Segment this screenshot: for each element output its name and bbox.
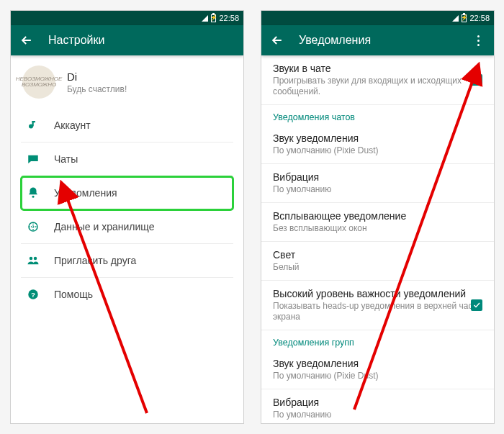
settings-item-data[interactable]: Данные и хранилище xyxy=(21,210,233,244)
toolbar-title: Настройки xyxy=(48,34,236,47)
settings-item-chats[interactable]: Чаты xyxy=(21,143,233,176)
profile-row[interactable]: НЕВОЗМОЖНОЕ ВОЗМОЖНО Di Будь счастлив! xyxy=(11,55,243,109)
svg-point-3 xyxy=(32,196,35,198)
settings-item-label: Аккаунт xyxy=(54,119,91,131)
row-sub: Белый xyxy=(273,262,482,273)
row-sub: Без всплывающих окон xyxy=(273,223,482,234)
back-icon[interactable] xyxy=(269,32,286,49)
row-group-vibration[interactable]: Вибрация По умолчанию xyxy=(261,389,494,423)
settings-item-notifications[interactable]: Уведомления xyxy=(21,176,233,210)
help-icon: ? xyxy=(25,286,41,302)
signal-icon xyxy=(202,15,208,22)
avatar: НЕВОЗМОЖНОЕ ВОЗМОЖНО xyxy=(22,65,55,99)
settings-item-label: Чаты xyxy=(54,153,78,165)
section-chat-notifications: Уведомления чатов xyxy=(261,105,494,125)
settings-item-label: Данные и хранилище xyxy=(54,221,154,232)
row-vibration[interactable]: Вибрация По умолчанию xyxy=(261,164,494,203)
settings-list: Аккаунт Чаты Уведомления Данные и хранил… xyxy=(11,109,243,311)
row-title: Звук уведомления xyxy=(273,358,482,369)
settings-item-invite[interactable]: Пригласить друга xyxy=(21,244,233,278)
chat-icon xyxy=(25,151,41,167)
people-icon xyxy=(25,253,41,268)
settings-item-label: Пригласить друга xyxy=(54,255,136,266)
svg-point-5 xyxy=(30,257,33,261)
svg-rect-2 xyxy=(32,121,36,122)
checkbox-icon[interactable] xyxy=(471,74,482,86)
row-title: Высокий уровень важности уведомлений xyxy=(273,288,482,299)
notifications-list: Звуки в чате Проигрывать звуки для входя… xyxy=(261,55,494,423)
row-group-sound[interactable]: Звук уведомления По умолчанию (Pixie Dus… xyxy=(261,351,494,389)
toolbar: Настройки xyxy=(11,25,243,55)
row-sub: По умолчанию (Pixie Dust) xyxy=(273,371,482,381)
signal-icon xyxy=(452,15,459,22)
row-popup[interactable]: Всплывающее уведомление Без всплывающих … xyxy=(261,203,494,242)
battery-icon: ⚡ xyxy=(211,14,216,22)
row-light[interactable]: Свет Белый xyxy=(261,242,494,281)
row-title: Звук уведомления xyxy=(273,132,482,144)
settings-item-help[interactable]: ? Помощь xyxy=(21,278,233,311)
section-group-notifications: Уведомления групп xyxy=(261,330,494,351)
phone-notifications: ⚡ 22:58 Уведомления Звуки в чате Проигры… xyxy=(261,10,495,424)
row-sub: По умолчанию xyxy=(273,184,482,195)
row-sub: Проигрывать звуки для входящих и исходящ… xyxy=(273,76,482,97)
bell-icon xyxy=(25,185,41,201)
key-icon xyxy=(25,117,41,133)
profile-name: Di xyxy=(67,71,127,83)
status-time: 22:58 xyxy=(219,14,239,22)
status-bar: ⚡ 22:58 xyxy=(11,11,243,25)
settings-item-account[interactable]: Аккаунт xyxy=(21,109,233,143)
row-title: Свет xyxy=(273,249,482,261)
row-title: Вибрация xyxy=(273,171,482,183)
data-icon xyxy=(25,219,41,235)
row-title: Вибрация xyxy=(273,397,482,408)
row-sub: По умолчанию (Pixie Dust) xyxy=(273,145,482,156)
row-high-priority[interactable]: Высокий уровень важности уведомлений Пок… xyxy=(261,281,494,330)
settings-item-label: Уведомления xyxy=(54,187,117,199)
toolbar-title: Уведомления xyxy=(299,34,456,47)
checkbox-icon[interactable] xyxy=(471,299,482,311)
toolbar: Уведомления xyxy=(261,25,494,55)
svg-point-6 xyxy=(34,257,37,261)
status-time: 22:58 xyxy=(469,14,490,22)
battery-icon: ⚡ xyxy=(462,14,467,22)
row-sub: Показывать heads-up уведомления в верхне… xyxy=(273,301,482,322)
profile-status: Будь счастлив! xyxy=(67,84,127,94)
row-notification-sound[interactable]: Звук уведомления По умолчанию (Pixie Dus… xyxy=(261,125,494,164)
overflow-icon[interactable] xyxy=(469,32,487,49)
row-chat-sounds[interactable]: Звуки в чате Проигрывать звуки для входя… xyxy=(261,55,494,105)
row-title: Звуки в чате xyxy=(273,63,482,74)
row-title: Всплывающее уведомление xyxy=(273,210,482,222)
svg-text:?: ? xyxy=(31,291,35,299)
back-icon[interactable] xyxy=(18,32,35,49)
row-sub: По умолчанию xyxy=(273,410,482,420)
phone-settings: ⚡ 22:58 Настройки НЕВОЗМОЖНОЕ ВОЗМОЖНО D… xyxy=(10,10,244,424)
settings-item-label: Помощь xyxy=(54,289,93,300)
status-bar: ⚡ 22:58 xyxy=(261,11,494,25)
